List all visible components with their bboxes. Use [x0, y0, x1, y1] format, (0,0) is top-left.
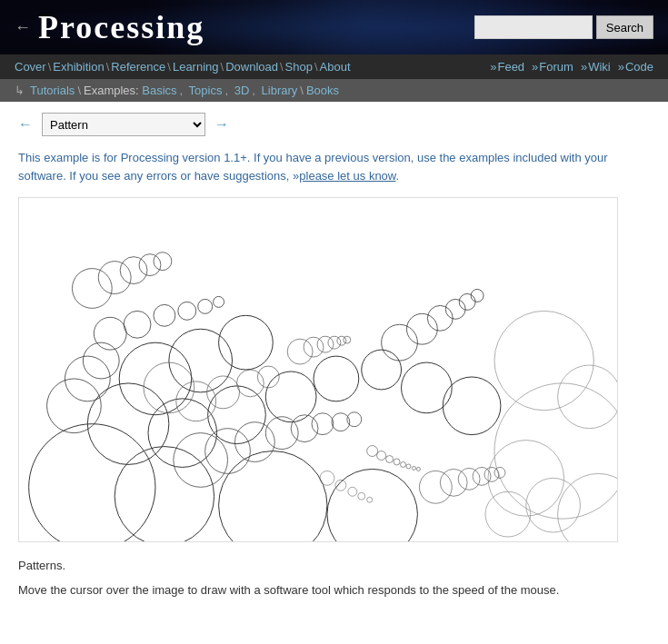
next-example-button[interactable]: →: [214, 116, 229, 133]
nav-main-links: Cover \ Exhibition \ Reference \ Learnin…: [15, 60, 351, 74]
bc-sep-4: ,: [252, 84, 255, 97]
nav-about[interactable]: About: [320, 60, 351, 74]
breadcrumb-books[interactable]: Books: [306, 84, 339, 97]
search-input[interactable]: [474, 15, 593, 39]
nav-feed[interactable]: Feed: [490, 60, 524, 74]
svg-rect-0: [20, 198, 617, 541]
nav-exhibition[interactable]: Exhibition: [53, 60, 104, 74]
nav-download[interactable]: Download: [225, 60, 278, 74]
bc-sep-1: \: [77, 84, 81, 97]
nav-cover[interactable]: Cover: [15, 60, 46, 74]
header: ← Processing Search: [0, 0, 668, 54]
nav-wiki[interactable]: Wiki: [581, 60, 611, 74]
nav-sep-1: \: [48, 60, 52, 74]
breadcrumb-tutorials[interactable]: Tutorials: [30, 84, 75, 97]
info-text-end: .: [396, 169, 400, 183]
description-title: Patterns.: [18, 557, 650, 576]
bc-sep-3: ,: [224, 84, 228, 97]
breadcrumb-examples-label: Examples:: [84, 84, 142, 97]
breadcrumb-3d[interactable]: 3D: [231, 84, 249, 97]
nav-shop[interactable]: Shop: [285, 60, 313, 74]
nav-learning[interactable]: Learning: [173, 60, 219, 74]
bc-sep-2: ,: [180, 84, 184, 97]
breadcrumb-library[interactable]: Library: [258, 84, 297, 97]
nav-forum[interactable]: Forum: [532, 60, 573, 74]
nav-sep-5: \: [280, 60, 284, 74]
search-button[interactable]: Search: [596, 15, 653, 39]
header-search: Search: [474, 15, 653, 39]
back-arrow-icon[interactable]: ←: [15, 18, 31, 37]
example-dropdown[interactable]: Pattern Basics Topics: [42, 113, 205, 136]
info-text: This example is for Processing version 1…: [18, 149, 650, 184]
breadcrumb-topics[interactable]: Topics: [185, 84, 222, 97]
main-content: ← Pattern Basics Topics → This example i…: [0, 102, 668, 617]
nav-sep-6: \: [314, 60, 318, 74]
feedback-link[interactable]: please let us know: [299, 169, 395, 183]
description-body: Move the cursor over the image to draw w…: [18, 581, 650, 600]
example-navigation: ← Pattern Basics Topics →: [18, 113, 650, 136]
logo-area: ← Processing: [15, 8, 204, 46]
site-logo: Processing: [38, 8, 204, 46]
navbar: Cover \ Exhibition \ Reference \ Learnin…: [0, 54, 668, 79]
breadcrumb-basics[interactable]: Basics: [142, 84, 176, 97]
nav-code[interactable]: Code: [618, 60, 653, 74]
prev-example-button[interactable]: ←: [18, 116, 33, 133]
example-canvas[interactable]: [18, 197, 618, 542]
breadcrumb: ↳ Tutorials \ Examples: Basics , Topics …: [0, 79, 668, 102]
example-description: Patterns. Move the cursor over the image…: [18, 557, 650, 600]
nav-reference[interactable]: Reference: [111, 60, 165, 74]
bc-sep-5: \: [300, 84, 304, 97]
breadcrumb-arrow-icon: ↳: [15, 84, 25, 97]
nav-sep-3: \: [167, 60, 171, 74]
pattern-svg: [19, 198, 617, 541]
nav-right-links: Feed Forum Wiki Code: [490, 60, 653, 74]
nav-sep-2: \: [106, 60, 110, 74]
nav-sep-4: \: [221, 60, 224, 74]
